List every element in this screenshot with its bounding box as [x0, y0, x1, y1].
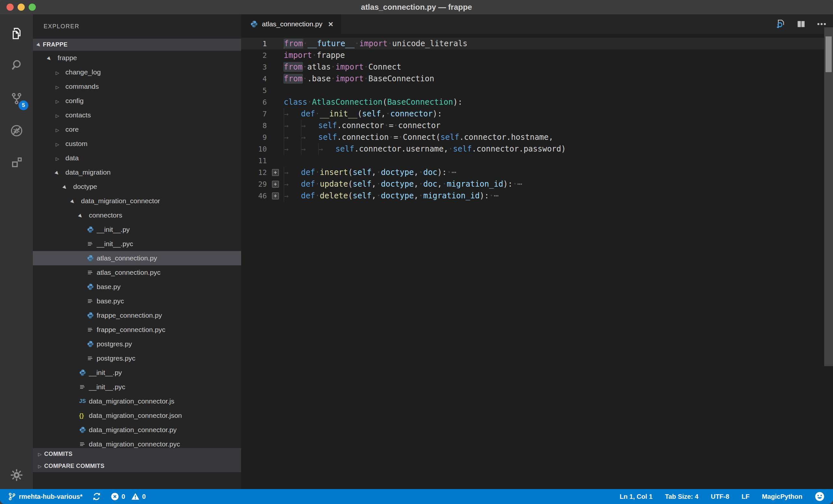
code-token: Connect: [368, 62, 401, 72]
code-token: =: [389, 121, 394, 130]
open-preview-button[interactable]: [775, 19, 786, 30]
tab-size[interactable]: Tab Size: 4: [665, 493, 698, 500]
tree-item[interactable]: change_log: [33, 65, 241, 79]
fold-expand-button[interactable]: +: [272, 169, 279, 176]
code-line[interactable]: 4from·.base·import·BaseConnection: [241, 73, 833, 84]
tree-item-label: atlas_connection.pyc: [97, 269, 161, 276]
code-token: self: [441, 133, 459, 142]
code-token: ):: [453, 98, 462, 107]
tab-whitespace-marker: →: [301, 120, 318, 132]
panel-header-compare-commits[interactable]: ▷ COMPARE COMMITS: [33, 460, 241, 472]
code-line[interactable]: 9→→self.connection·=·Connect(self.connec…: [241, 131, 833, 143]
panel-header-commits[interactable]: ▷ COMMITS: [33, 448, 241, 460]
encoding[interactable]: UTF-8: [711, 493, 729, 500]
activity-item-explorer[interactable]: [0, 23, 33, 44]
tree-item[interactable]: data_migration: [33, 165, 241, 179]
tree-item[interactable]: doctype: [33, 179, 241, 194]
code-token: ·: [364, 62, 368, 72]
tree-item[interactable]: JSdata_migration_connector.js: [33, 394, 241, 408]
activity-item-debug[interactable]: [0, 120, 33, 141]
code-line[interactable]: 29+→def·update(self,·doctype,·doc,·migra…: [241, 178, 833, 190]
tree-item[interactable]: data_migration_connector: [33, 194, 241, 208]
branch-button[interactable]: rmehta-hub-various*: [8, 492, 82, 501]
code-line[interactable]: 46+→def·delete(self,·doctype,·migration_…: [241, 190, 833, 202]
tree-item[interactable]: base.pyc: [33, 294, 241, 308]
code-line[interactable]: 2import·frappe: [241, 49, 833, 61]
code-line[interactable]: 3from·atlas·import·Connect: [241, 61, 833, 73]
tree-item[interactable]: frappe_connection.py: [33, 308, 241, 323]
code-token: migration_id: [423, 191, 480, 200]
code-token: self: [318, 121, 337, 130]
tree-item[interactable]: core: [33, 122, 241, 136]
sync-button[interactable]: [92, 492, 101, 501]
error-count: 0: [122, 493, 125, 500]
code-text: →→self.connector·=·connector: [284, 120, 833, 131]
tree-item[interactable]: config: [33, 94, 241, 108]
code-token: def: [301, 191, 315, 200]
tree-item-label: data: [65, 154, 79, 162]
activity-item-settings[interactable]: [0, 465, 33, 485]
code-line[interactable]: 8→→self.connector·=·connector: [241, 120, 833, 131]
tree-item[interactable]: atlas_connection.py: [33, 251, 241, 265]
code-line[interactable]: 1from·__future__·import·unicode_literals: [241, 38, 833, 49]
tree-item[interactable]: data: [33, 151, 241, 165]
eol-indicator[interactable]: LF: [742, 493, 749, 500]
cursor-position[interactable]: Ln 1, Col 1: [620, 493, 652, 500]
code-line[interactable]: 5: [241, 84, 833, 96]
problems-button[interactable]: 0 0: [111, 492, 146, 501]
code-token: ·: [315, 191, 319, 200]
tree-item[interactable]: postgres.pyc: [33, 351, 241, 366]
tree-item[interactable]: connectors: [33, 208, 241, 222]
python-file-icon: [87, 255, 97, 262]
tree-item[interactable]: __init__.pyc: [33, 237, 241, 251]
twisty-collapsed-icon: [56, 126, 65, 133]
activity-item-source-control[interactable]: 5: [0, 88, 33, 109]
code-token: (: [348, 179, 352, 188]
split-editor-button[interactable]: [796, 19, 806, 29]
tree-item[interactable]: contacts: [33, 108, 241, 122]
code-line[interactable]: 11: [241, 155, 833, 167]
code-line[interactable]: 12+→def·insert(self,·doctype,·doc):·⋯: [241, 167, 833, 178]
tree-item[interactable]: __init__.py: [33, 366, 241, 380]
tree-item[interactable]: base.py: [33, 280, 241, 294]
code-token: ·: [389, 133, 394, 142]
tree-item[interactable]: postgres.py: [33, 337, 241, 351]
tree-item[interactable]: __init__.py: [33, 222, 241, 237]
chevron-collapsed-icon: ▷: [38, 464, 42, 469]
line-number: 11: [241, 157, 267, 165]
activity-item-extensions[interactable]: [0, 152, 33, 173]
code-editor[interactable]: 1from·__future__·import·unicode_literals…: [241, 34, 833, 489]
code-line[interactable]: 6class·AtlasConnection(BaseConnection):: [241, 96, 833, 108]
tree-item[interactable]: commands: [33, 79, 241, 94]
tree-item[interactable]: data_migration_connector.py: [33, 423, 241, 437]
line-number: 5: [241, 86, 267, 95]
code-token: BaseConnection: [368, 74, 434, 83]
code-token: ,: [372, 191, 376, 200]
code-token: .connector: [337, 121, 384, 130]
tab-whitespace-marker: →: [284, 178, 301, 190]
tree-item[interactable]: frappe: [33, 51, 241, 65]
tree-item[interactable]: frappe_connection.pyc: [33, 323, 241, 337]
code-token: ·: [419, 168, 423, 177]
activity-item-search[interactable]: [0, 55, 33, 76]
feedback-smiley-icon[interactable]: [815, 492, 825, 501]
tree-item[interactable]: atlas_connection.pyc: [33, 265, 241, 280]
code-line[interactable]: 10→→→self.connector.username,·self.conne…: [241, 143, 833, 155]
fold-column: +: [267, 181, 284, 187]
tree-item[interactable]: __init__.pyc: [33, 380, 241, 394]
code-token: doc: [423, 179, 437, 188]
scrollbar-thumb[interactable]: [826, 36, 832, 72]
close-icon[interactable]: ×: [328, 20, 333, 28]
fold-expand-button[interactable]: +: [272, 193, 279, 199]
fold-expand-button[interactable]: +: [272, 181, 279, 187]
language-mode[interactable]: MagicPython: [762, 493, 803, 500]
tab-atlas-connection[interactable]: atlas_connection.py ×: [241, 14, 341, 34]
section-header-frappe[interactable]: FRAPPE: [33, 39, 241, 51]
tree-item[interactable]: {}data_migration_connector.json: [33, 408, 241, 423]
line-number: 1: [241, 40, 267, 48]
panel-label: COMMITS: [44, 451, 73, 457]
python-file-icon: [87, 312, 97, 319]
editor-scrollbar[interactable]: [824, 27, 833, 366]
code-line[interactable]: 7→def·__init__(self,·connector):: [241, 108, 833, 120]
tree-item[interactable]: custom: [33, 136, 241, 151]
